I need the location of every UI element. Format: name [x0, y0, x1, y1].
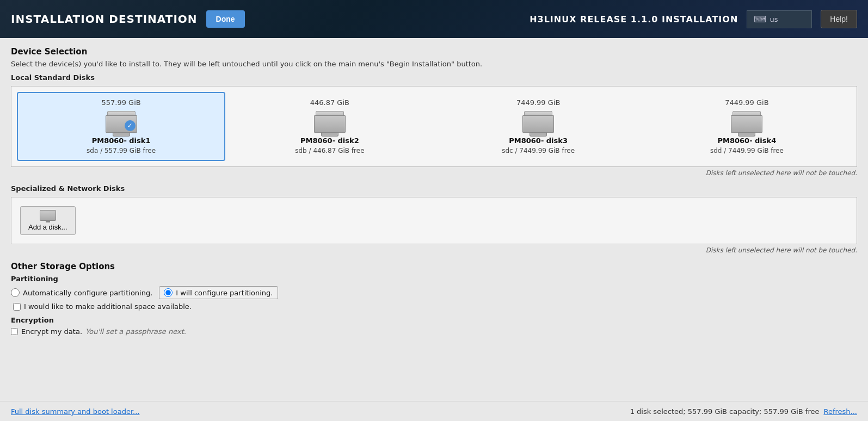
release-title: H3LINUX RELEASE 1.1.0 INSTALLATION	[530, 14, 738, 24]
encryption-section: Encryption Encrypt my data. You'll set a…	[11, 316, 857, 336]
network-disk-container: Add a disk...	[11, 197, 857, 244]
encrypt-note: You'll set a passphrase next.	[85, 327, 186, 336]
disks-unselected-note: Disks left unselected here will not be t…	[11, 169, 857, 177]
disk-item-1[interactable]: 557.99 GiB ✓ PM8060- disk1 sda / 557.99 …	[17, 92, 225, 161]
specialized-network-section: Specialized & Network Disks Add a disk..…	[11, 184, 857, 254]
disk-4-size: 7449.99 GiB	[725, 98, 769, 107]
device-selection-description: Select the device(s) you'd like to insta…	[11, 60, 857, 68]
footer: Full disk summary and boot loader... 1 d…	[0, 401, 868, 421]
disk-3-icon	[521, 111, 556, 137]
disk-3-size: 7449.99 GiB	[516, 98, 561, 107]
disk-1-info: sda / 557.99 GiB free	[87, 147, 156, 154]
disk-item-2[interactable]: 446.87 GiB PM8060- disk2 sdb / 446.87 Gi…	[225, 92, 434, 161]
specialized-label: Specialized & Network Disks	[11, 184, 857, 193]
disk-1-check: ✓	[125, 120, 136, 131]
partitioning-label: Partitioning	[11, 275, 857, 283]
header-left: INSTALLATION DESTINATION Done	[11, 10, 245, 28]
partitioning-section: Partitioning Automatically configure par…	[11, 275, 857, 311]
manual-partition-radio[interactable]	[164, 288, 173, 297]
other-storage-section: Other Storage Options Partitioning Autom…	[11, 262, 857, 336]
additional-space-label[interactable]: I would like to make additional space av…	[24, 302, 192, 311]
disk-3-name: PM8060- disk3	[509, 137, 568, 145]
additional-space-row: I would like to make additional space av…	[13, 302, 857, 311]
disk-2-size: 446.87 GiB	[310, 98, 349, 107]
disk-grid: 557.99 GiB ✓ PM8060- disk1 sda / 557.99 …	[11, 86, 857, 167]
encryption-label: Encryption	[11, 316, 857, 324]
disk-4-name: PM8060- disk4	[717, 137, 776, 145]
disk-3-info: sdc / 7449.99 GiB free	[502, 147, 575, 154]
footer-right: 1 disk selected; 557.99 GiB capacity; 55…	[630, 407, 857, 416]
network-disk-icon	[40, 210, 56, 221]
disk-2-info: sdb / 446.87 GiB free	[295, 147, 364, 154]
done-button[interactable]: Done	[206, 10, 245, 28]
header-right: H3LINUX RELEASE 1.1.0 INSTALLATION ⌨ us …	[530, 10, 857, 28]
disk-2-icon	[312, 111, 347, 137]
manual-partition-label: I will configure partitioning.	[176, 289, 273, 297]
encrypt-checkbox[interactable]	[11, 328, 18, 335]
help-button[interactable]: Help!	[821, 10, 857, 28]
refresh-link[interactable]: Refresh...	[824, 407, 858, 416]
encrypt-row: Encrypt my data. You'll set a passphrase…	[11, 327, 857, 336]
disk-4-icon	[729, 111, 764, 137]
additional-space-checkbox[interactable]	[13, 303, 21, 311]
footer-status-text: 1 disk selected; 557.99 GiB capacity; 55…	[630, 407, 820, 416]
auto-partition-radio[interactable]	[11, 288, 20, 297]
disk-item-3[interactable]: 7449.99 GiB PM8060- disk3 sdc / 7449.99 …	[434, 92, 643, 161]
local-standard-disks-label: Local Standard Disks	[11, 73, 857, 82]
disk-item-4[interactable]: 7449.99 GiB PM8060- disk4 sdd / 7449.99 …	[643, 92, 851, 161]
disk-1-icon: ✓	[104, 111, 139, 137]
header-title: INSTALLATION DESTINATION	[11, 13, 198, 26]
keyboard-layout: us	[769, 15, 778, 23]
main-content: Device Selection Select the device(s) yo…	[0, 38, 868, 344]
keyboard-indicator[interactable]: ⌨ us	[747, 10, 812, 28]
auto-partition-label: Automatically configure partitioning.	[23, 289, 152, 297]
disk-4-info: sdd / 7449.99 GiB free	[710, 147, 784, 154]
network-disks-unselected-note: Disks left unselected here will not be t…	[11, 246, 857, 254]
keyboard-icon: ⌨	[754, 14, 766, 24]
auto-partition-option[interactable]: Automatically configure partitioning.	[11, 288, 152, 297]
header: INSTALLATION DESTINATION Done H3LINUX RE…	[0, 0, 868, 38]
disk-summary-link[interactable]: Full disk summary and boot loader...	[11, 407, 139, 416]
encrypt-label[interactable]: Encrypt my data.	[21, 327, 82, 336]
device-selection-heading: Device Selection	[11, 47, 857, 57]
add-disk-label: Add a disk...	[28, 223, 67, 231]
disk-1-size: 557.99 GiB	[102, 98, 141, 107]
footer-left: Full disk summary and boot loader...	[11, 407, 139, 416]
partitioning-options-row: Automatically configure partitioning. I …	[11, 286, 857, 299]
disk-1-name: PM8060- disk1	[92, 137, 151, 145]
manual-partition-option[interactable]: I will configure partitioning.	[159, 286, 278, 299]
other-storage-heading: Other Storage Options	[11, 262, 857, 271]
device-selection-section: Device Selection Select the device(s) yo…	[11, 47, 857, 177]
disk-2-name: PM8060- disk2	[300, 137, 359, 145]
add-disk-button[interactable]: Add a disk...	[20, 206, 76, 235]
